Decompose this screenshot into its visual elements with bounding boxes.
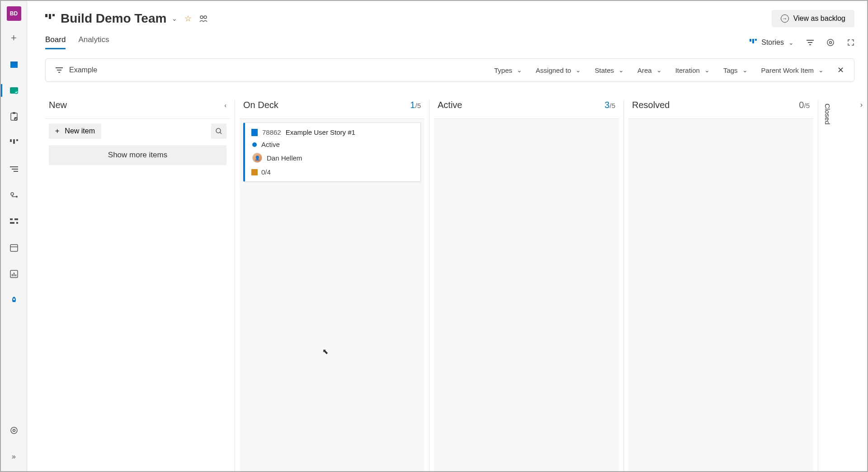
svg-rect-17 <box>10 222 14 224</box>
svg-rect-18 <box>16 222 18 224</box>
team-selector[interactable]: Build Demo Team ⌄ <box>45 11 177 26</box>
column-body-new[interactable]: + New item Show more items <box>45 118 230 471</box>
search-icon <box>216 128 222 134</box>
kanban-board: New ‹ + New item Show more items <box>45 100 854 471</box>
filter-assigned-to[interactable]: Assigned to⌄ <box>536 66 581 74</box>
chevron-double-right-icon: » <box>12 453 16 461</box>
page-header: Build Demo Team ⌄ ☆ → View as backlog <box>45 10 854 27</box>
project-avatar[interactable]: BD <box>7 6 21 21</box>
card-id: 78862 <box>262 128 281 136</box>
collapse-column-button[interactable]: ‹ <box>224 102 226 109</box>
left-sidebar: BD + <box>1 1 27 471</box>
boards-icon <box>9 86 19 95</box>
nav-plans[interactable] <box>1 239 27 257</box>
chevron-down-icon: ⌄ <box>172 15 177 22</box>
chevron-down-icon: ⌄ <box>788 39 794 46</box>
filter-toggle-button[interactable] <box>807 39 814 46</box>
chevron-down-icon: ⌄ <box>618 66 624 74</box>
board-title-icon <box>45 14 55 23</box>
svg-rect-34 <box>752 39 754 43</box>
nav-overview[interactable] <box>1 55 27 73</box>
nav-workitems[interactable] <box>1 108 27 126</box>
filter-parent[interactable]: Parent Work Item⌄ <box>761 66 824 74</box>
nav-board-view[interactable] <box>1 134 27 152</box>
nav-pipelines[interactable] <box>1 291 27 309</box>
clear-filter-button[interactable]: ✕ <box>837 65 844 75</box>
level-label: Stories <box>761 38 784 47</box>
svg-point-14 <box>16 196 18 198</box>
column-header-ondeck: On Deck 1/5 <box>240 100 425 118</box>
tabs: Board Analytics <box>45 35 109 49</box>
people-icon <box>199 15 208 22</box>
svg-rect-29 <box>49 14 51 19</box>
column-body-ondeck[interactable]: 78862 Example User Story #1 Active 👤 Dan… <box>240 118 425 471</box>
fullscreen-button[interactable] <box>847 39 854 46</box>
svg-point-39 <box>827 39 834 46</box>
nav-boards[interactable] <box>1 81 27 99</box>
filter-icon <box>807 39 814 46</box>
filter-states[interactable]: States⌄ <box>594 66 624 74</box>
card-assignee-row[interactable]: 👤 Dan Hellem <box>251 153 414 163</box>
filter-iteration[interactable]: Iteration⌄ <box>675 66 710 74</box>
filter-icon <box>56 67 63 73</box>
view-as-backlog-button[interactable]: → View as backlog <box>772 10 854 27</box>
board-settings-button[interactable] <box>826 38 835 47</box>
column-header-resolved: Resolved 0/5 <box>628 100 813 118</box>
view-backlog-label: View as backlog <box>793 14 845 23</box>
filter-keyword-text: Example <box>69 66 97 74</box>
svg-rect-30 <box>52 14 55 16</box>
dashboard-icon <box>9 60 19 69</box>
gear-icon <box>826 38 835 47</box>
card-title-row: 78862 Example User Story #1 <box>251 128 414 136</box>
svg-point-27 <box>13 430 15 432</box>
svg-point-40 <box>830 41 832 43</box>
nav-settings[interactable] <box>1 421 27 439</box>
svg-point-31 <box>200 16 203 19</box>
arrow-circle-icon: → <box>781 14 789 23</box>
card-state: Active <box>261 141 280 148</box>
svg-point-32 <box>204 16 207 19</box>
filter-types[interactable]: Types⌄ <box>494 66 522 74</box>
svg-rect-22 <box>12 274 13 276</box>
nav-sprints[interactable] <box>1 186 27 204</box>
favorite-button[interactable]: ☆ <box>184 14 192 24</box>
tabs-row: Board Analytics Stories ⌄ <box>45 35 854 49</box>
scroll-right-button[interactable]: › <box>860 101 863 109</box>
column-count: 1/5 <box>410 100 421 110</box>
new-item-label: New item <box>65 127 95 135</box>
tab-board[interactable]: Board <box>45 35 66 49</box>
show-more-button[interactable]: Show more items <box>49 145 226 165</box>
team-members-button[interactable] <box>199 15 208 22</box>
tab-analytics[interactable]: Analytics <box>78 35 109 49</box>
search-button[interactable] <box>211 123 226 139</box>
column-body-resolved[interactable] <box>628 118 813 471</box>
filter-tags[interactable]: Tags⌄ <box>723 66 748 74</box>
column-body-active[interactable] <box>434 118 619 471</box>
main-content: Build Demo Team ⌄ ☆ → View as backlog Bo… <box>27 1 867 471</box>
svg-rect-24 <box>15 274 16 276</box>
backlog-level-selector[interactable]: Stories ⌄ <box>750 38 794 47</box>
svg-rect-35 <box>755 39 757 41</box>
nav-expand[interactable]: » <box>1 448 27 466</box>
nav-queries[interactable] <box>1 212 27 231</box>
app-root: BD + <box>0 0 868 472</box>
closed-label: Closed <box>824 104 831 125</box>
work-item-card[interactable]: 78862 Example User Story #1 Active 👤 Dan… <box>243 123 421 182</box>
column-title: On Deck <box>243 100 278 110</box>
column-active: Active 3/5 <box>429 100 624 471</box>
filter-area[interactable]: Area⌄ <box>637 66 662 74</box>
add-button[interactable]: + <box>1 29 27 47</box>
svg-point-44 <box>216 128 221 133</box>
column-title: New <box>49 100 67 110</box>
filter-keyword[interactable]: Example <box>56 66 97 74</box>
nav-backlogs[interactable] <box>1 160 27 178</box>
list-icon <box>10 166 18 172</box>
column-header-active: Active 3/5 <box>434 100 619 118</box>
nav-analytics[interactable] <box>1 265 27 283</box>
column-count: 3/5 <box>604 100 615 110</box>
column-resolved: Resolved 0/5 <box>624 100 818 471</box>
svg-point-25 <box>13 298 15 300</box>
chevron-down-icon: ⌄ <box>656 66 662 74</box>
column-closed-collapsed[interactable]: Closed <box>818 100 836 471</box>
new-item-button[interactable]: + New item <box>49 123 101 139</box>
